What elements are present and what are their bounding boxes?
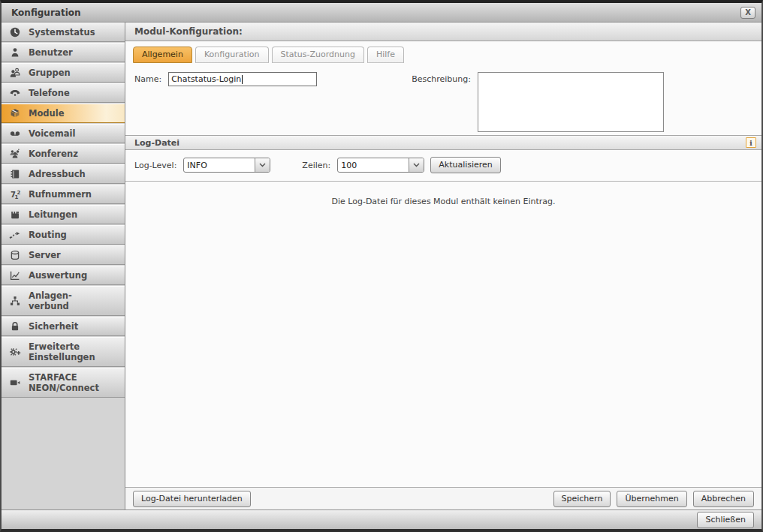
speichern-button[interactable]: Speichern (553, 491, 611, 507)
lock-icon (2, 320, 29, 332)
sidebar-item-routing[interactable]: Routing (2, 225, 125, 245)
sidebar-item-rufnummern[interactable]: 712 Rufnummern (2, 185, 125, 204)
log-datei-title: Log-Datei (134, 138, 179, 148)
sidebar-item-server[interactable]: Server (2, 245, 125, 265)
chart-icon (2, 269, 29, 281)
sidebar-item-benutzer[interactable]: Benutzer (2, 43, 125, 62)
cube-icon (2, 107, 29, 119)
tab-hilfe[interactable]: Hilfe (367, 47, 404, 63)
sidebar-item-adressbuch[interactable]: Adressbuch (2, 164, 125, 184)
sidebar-item-module[interactable]: Module (2, 104, 125, 123)
schliessen-button[interactable]: Schließen (697, 512, 754, 528)
abbrechen-button[interactable]: Abbrechen (693, 491, 754, 507)
routing-icon (2, 229, 29, 241)
log-controls: Log-Level: INFO Zeilen: 100 Aktualisiere… (125, 150, 761, 182)
sidebar: Systemstatus Benutzer Gruppen Telefone (2, 23, 125, 509)
sidebar-item-erweiterte-einstellungen[interactable]: ErweiterteEinstellungen (2, 337, 125, 367)
log-datei-header: Log-Datei i (125, 135, 761, 150)
numbers-icon: 712 (2, 188, 29, 200)
sidebar-item-telefone[interactable]: Telefone (2, 83, 125, 103)
camera-icon (2, 377, 29, 389)
conference-icon (2, 148, 29, 160)
name-input[interactable]: Chatstatus-Login (168, 72, 317, 86)
voicemail-icon (2, 128, 29, 140)
beschreibung-textarea[interactable] (478, 72, 664, 132)
log-level-label: Log-Level: (134, 161, 176, 170)
tab-allgemein[interactable]: Allgemein (133, 47, 192, 63)
module-config-title: Modul-Konfiguration: (134, 26, 243, 37)
zeilen-label: Zeilen: (302, 161, 330, 170)
main-footer: Log-Datei herunterladen Speichern Überne… (125, 487, 761, 509)
tab-strip: Allgemein Konfiguration Status-Zuordnung… (125, 41, 761, 63)
phone-icon (2, 87, 29, 99)
clock-icon (2, 26, 29, 38)
module-config-header: Modul-Konfiguration: (125, 23, 761, 41)
sidebar-item-sicherheit[interactable]: Sicherheit (2, 317, 125, 336)
close-icon[interactable]: X (740, 7, 755, 19)
sidebar-item-auswertung[interactable]: Auswertung (2, 266, 125, 285)
log-level-select[interactable]: INFO (183, 158, 270, 173)
aktualisieren-button[interactable]: Aktualisieren (430, 157, 501, 173)
uebernehmen-button[interactable]: Übernehmen (617, 491, 686, 507)
general-form: Name: Chatstatus-Login Beschreibung: (125, 63, 761, 135)
address-book-icon (2, 168, 29, 180)
sidebar-item-voicemail[interactable]: Voicemail (2, 124, 125, 143)
sidebar-item-konferenz[interactable]: Konferenz (2, 144, 125, 164)
window-bottom-bar: Schließen (2, 509, 761, 529)
user-icon (2, 47, 29, 59)
users-icon (2, 67, 29, 79)
text-caret (242, 75, 243, 84)
sidebar-item-gruppen[interactable]: Gruppen (2, 63, 125, 83)
beschreibung-label: Beschreibung: (412, 72, 471, 132)
server-icon (2, 249, 29, 261)
sidebar-filler (2, 398, 125, 509)
sidebar-item-anlagenverbund[interactable]: Anlagen-verbund (2, 286, 125, 316)
plug-icon (2, 209, 29, 221)
konfiguration-window: Konfiguration X Systemstatus Benutzer (0, 0, 763, 532)
sidebar-item-starface-neon[interactable]: STARFACENEON/Connect (2, 368, 125, 398)
svg-text:2: 2 (17, 190, 21, 196)
zeilen-select[interactable]: 100 (337, 158, 424, 173)
title-bar: Konfiguration X (2, 3, 761, 23)
name-label: Name: (134, 72, 161, 86)
tab-status-zuordnung[interactable]: Status-Zuordnung (272, 47, 364, 63)
sidebar-item-leitungen[interactable]: Leitungen (2, 205, 125, 224)
chevron-down-icon (409, 158, 424, 172)
main-panel: Modul-Konfiguration: Allgemein Konfigura… (125, 23, 761, 509)
network-icon (2, 295, 29, 307)
window-title: Konfiguration (11, 8, 740, 18)
tab-konfiguration[interactable]: Konfiguration (195, 47, 269, 63)
download-log-button[interactable]: Log-Datei herunterladen (133, 491, 251, 507)
log-empty-message: Die Log-Datei für dieses Modul enthält k… (125, 182, 761, 487)
chevron-down-icon (255, 158, 270, 172)
info-icon[interactable]: i (746, 137, 756, 148)
sidebar-item-systemstatus[interactable]: Systemstatus (2, 23, 125, 42)
gear-plus-icon (2, 346, 29, 358)
